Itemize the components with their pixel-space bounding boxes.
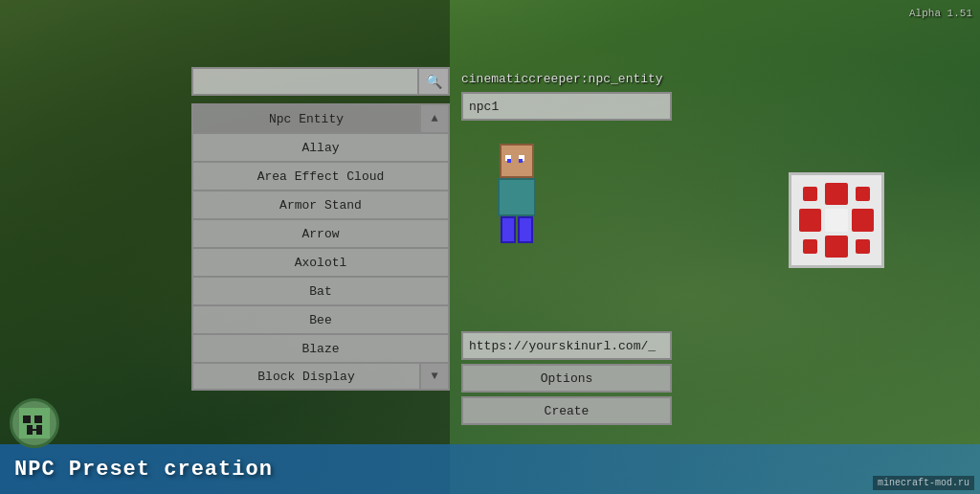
create-label: Create <box>545 404 590 418</box>
bottom-title: NPC Preset creation <box>14 458 273 482</box>
redstone-dot <box>803 239 817 254</box>
options-button[interactable]: Options <box>461 364 672 393</box>
creeper-face <box>19 408 50 438</box>
redstone-block-decoration <box>789 172 884 268</box>
list-item-label: Block Display <box>257 370 354 384</box>
list-item-label: Axolotl <box>295 256 347 270</box>
name-input[interactable] <box>461 92 672 121</box>
redstone-dot <box>825 183 847 205</box>
list-scroll-down[interactable]: ▼ <box>419 364 448 389</box>
watermark: minecraft-mod.ru <box>873 476 974 490</box>
list-item[interactable]: Bee <box>191 304 450 333</box>
redstone-dot <box>803 187 817 201</box>
redstone-dot <box>852 209 874 231</box>
search-row: 🔍 <box>191 67 450 96</box>
redstone-dot <box>825 236 847 258</box>
list-item-label: Allay <box>301 141 339 155</box>
create-button[interactable]: Create <box>461 396 672 425</box>
search-button[interactable]: 🔍 <box>419 67 450 96</box>
version-text: Alpha 1.51 <box>909 8 972 19</box>
redstone-dot <box>856 239 870 254</box>
chevron-up-icon: ▲ <box>431 112 437 125</box>
list-item[interactable]: Block Display ▼ <box>191 362 450 391</box>
entity-id-label: cinematiccreeper:npc_entity <box>461 72 672 86</box>
list-item[interactable]: Bat <box>191 276 450 304</box>
bottom-bar: NPC Preset creation <box>0 444 980 494</box>
list-item-label: Armor Stand <box>279 198 362 213</box>
ui-panel: 🔍 Npc Entity ▲ Allay Area Effect Cloud A… <box>191 67 450 391</box>
list-item-label: Bee <box>309 313 331 327</box>
skin-url-input[interactable] <box>461 331 672 360</box>
list-item[interactable]: Arrow <box>191 218 450 247</box>
list-item-label: Bat <box>309 284 331 299</box>
list-item-label: Area Effect Cloud <box>257 169 385 184</box>
list-item[interactable]: Allay <box>191 132 450 161</box>
list-item-label: Blaze <box>301 342 339 356</box>
chevron-down-icon: ▼ <box>431 370 437 383</box>
redstone-center <box>825 209 847 231</box>
list-item[interactable]: Npc Entity ▲ <box>191 103 450 132</box>
list-scroll-up[interactable]: ▲ <box>419 105 448 132</box>
list-item-label: Arrow <box>301 227 339 241</box>
redstone-dot <box>856 187 870 201</box>
right-panel: cinematiccreeper:npc_entity Options Crea… <box>461 72 672 429</box>
search-input[interactable] <box>191 67 419 96</box>
creeper-icon <box>10 398 59 448</box>
list-item-label: Npc Entity <box>269 112 344 126</box>
list-item[interactable]: Blaze <box>191 333 450 362</box>
list-item[interactable]: Axolotl <box>191 247 450 276</box>
search-icon: 🔍 <box>426 74 442 90</box>
list-item[interactable]: Armor Stand <box>191 190 450 218</box>
options-label: Options <box>541 371 593 386</box>
redstone-dot <box>799 209 821 231</box>
entity-list: Npc Entity ▲ Allay Area Effect Cloud Arm… <box>191 103 450 391</box>
list-item[interactable]: Area Effect Cloud <box>191 161 450 190</box>
